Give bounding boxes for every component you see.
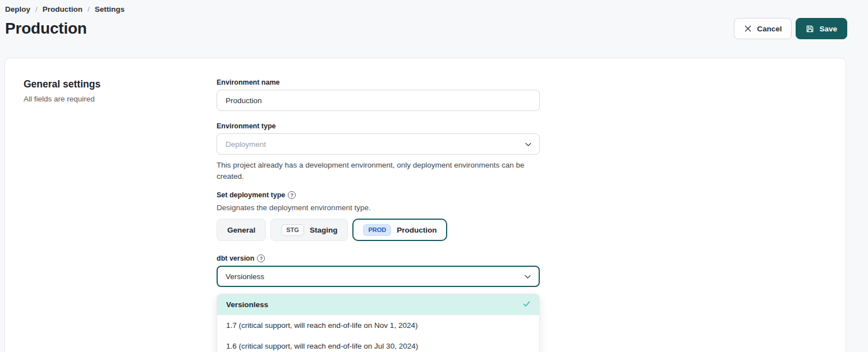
dbt-version-label: dbt version ?: [217, 254, 540, 262]
section-intro: General settings All fields are required: [24, 78, 217, 352]
deployment-type-label: Set deployment type ?: [217, 191, 540, 199]
dropdown-option-1-7[interactable]: 1.7 (critical support, will reach end-of…: [217, 315, 539, 336]
environment-name-input[interactable]: [217, 90, 540, 111]
breadcrumb-production[interactable]: Production: [43, 5, 82, 13]
environment-name-label: Environment name: [217, 78, 540, 86]
environment-type-helper: This project already has a development e…: [217, 160, 540, 182]
option-label: Versionless: [226, 300, 268, 309]
dropdown-option-1-6[interactable]: 1.6 (critical support, will reach end-of…: [217, 336, 539, 352]
page-title: Production: [5, 20, 87, 38]
cancel-button[interactable]: Cancel: [734, 18, 792, 39]
settings-card: General settings All fields are required…: [4, 58, 846, 352]
close-icon: [744, 25, 752, 33]
check-icon: [523, 300, 530, 309]
dbt-version-select[interactable]: Versionless: [217, 266, 540, 287]
breadcrumb-separator: /: [88, 5, 90, 13]
breadcrumb-separator: /: [35, 5, 38, 13]
option-label: 1.6 (critical support, will reach end-of…: [226, 342, 418, 350]
page-header: Deploy / Production / Settings Productio…: [0, 0, 868, 39]
production-badge: PROD: [363, 224, 391, 236]
environment-type-select[interactable]: Deployment: [217, 133, 540, 155]
deployment-type-label-text: Set deployment type: [217, 191, 285, 199]
deployment-type-options: General STG Staging PROD Production: [217, 219, 540, 241]
general-label: General: [227, 226, 255, 234]
breadcrumb-deploy[interactable]: Deploy: [5, 5, 30, 13]
chevron-down-icon: [525, 272, 531, 281]
dropdown-option-versionless[interactable]: Versionless: [217, 294, 539, 315]
production-label: Production: [397, 226, 437, 234]
section-subtitle: All fields are required: [24, 95, 217, 103]
question-circle-icon[interactable]: ?: [288, 191, 296, 199]
section-title: General settings: [24, 78, 217, 90]
option-label: 1.7 (critical support, will reach end-of…: [226, 321, 417, 330]
save-label: Save: [819, 25, 837, 33]
dbt-version-value: Versionless: [226, 272, 264, 281]
settings-form: Environment name Environment type Deploy…: [217, 78, 540, 352]
header-actions: Cancel Save: [734, 18, 847, 39]
environment-type-label: Environment type: [217, 122, 540, 130]
deployment-type-description: Designates the deployment environment ty…: [217, 202, 540, 214]
staging-badge: STG: [281, 224, 304, 236]
breadcrumb-settings[interactable]: Settings: [95, 5, 125, 13]
cancel-label: Cancel: [757, 25, 782, 33]
staging-label: Staging: [310, 226, 338, 234]
save-icon: [806, 25, 814, 33]
dbt-version-label-text: dbt version: [217, 254, 254, 262]
question-circle-icon[interactable]: ?: [257, 254, 265, 262]
chevron-down-icon: [525, 140, 531, 149]
environment-type-value: Deployment: [226, 140, 266, 149]
deployment-type-production-button[interactable]: PROD Production: [352, 219, 447, 241]
deployment-type-general-button[interactable]: General: [217, 219, 266, 241]
dbt-version-dropdown-menu: Versionless 1.7 (critical support, will …: [217, 294, 540, 352]
deployment-type-staging-button[interactable]: STG Staging: [270, 219, 348, 241]
breadcrumb: Deploy / Production / Settings: [5, 5, 847, 13]
save-button[interactable]: Save: [796, 18, 847, 39]
